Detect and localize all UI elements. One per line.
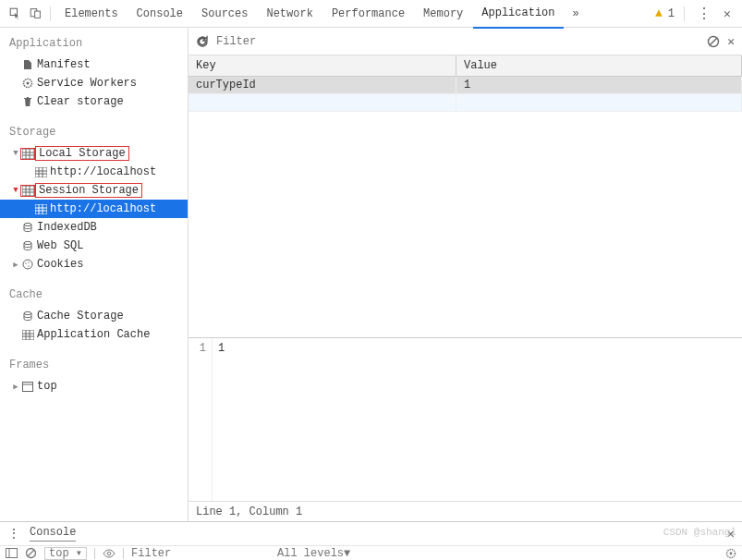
- console-tab[interactable]: Console: [30, 526, 76, 542]
- data-grid-toolbar: ✕: [189, 28, 742, 55]
- delete-selected-icon[interactable]: ✕: [727, 34, 735, 49]
- separator: [684, 6, 685, 21]
- database-icon: [20, 222, 35, 233]
- grid-icon: [20, 330, 35, 340]
- sidebar-item-label: Clear storage: [35, 95, 124, 108]
- refresh-icon[interactable]: [196, 35, 209, 48]
- sidebar-item-label: Service Workers: [35, 77, 137, 90]
- sidebar-session-storage-origin[interactable]: http://localhost: [0, 200, 188, 218]
- sidebar-service-workers[interactable]: Service Workers: [0, 74, 188, 92]
- console-filter-input[interactable]: [131, 547, 270, 560]
- data-grid-header: Key Value: [189, 55, 742, 77]
- grid-icon: [20, 148, 35, 160]
- tab-application[interactable]: Application: [473, 0, 563, 29]
- show-sidebar-icon[interactable]: [6, 548, 18, 558]
- sidebar-indexeddb[interactable]: IndexedDB: [0, 218, 188, 237]
- sidebar-item-label: Application Cache: [35, 328, 150, 341]
- svg-point-7: [24, 223, 31, 225]
- chevron-right-icon: ▶: [11, 260, 20, 270]
- svg-point-12: [28, 265, 29, 266]
- sidebar-manifest[interactable]: Manifest: [0, 55, 188, 74]
- console-toolbar: top ▾ All levels▼: [0, 545, 742, 560]
- svg-rect-0: [10, 8, 17, 15]
- sidebar-frame-top[interactable]: ▶ top: [0, 377, 188, 396]
- sidebar-cache-storage[interactable]: Cache Storage: [0, 307, 188, 325]
- svg-point-24: [730, 552, 733, 554]
- file-icon: [20, 59, 35, 70]
- editor-status: Line 1, Column 1: [189, 501, 742, 521]
- sidebar-item-label: Cookies: [35, 258, 83, 271]
- close-drawer-icon[interactable]: ✕: [727, 526, 735, 542]
- column-key[interactable]: Key: [189, 55, 456, 76]
- sidebar-local-storage-origin[interactable]: http://localhost: [0, 163, 188, 181]
- devtools-top-toolbar: Elements Console Sources Network Perform…: [0, 0, 742, 28]
- application-sidebar: Application Manifest Service Workers Cle…: [0, 28, 189, 521]
- trash-icon: [20, 96, 35, 107]
- sidebar-item-label: Local Storage: [35, 146, 129, 161]
- sidebar-local-storage[interactable]: ▼ Local Storage: [0, 144, 188, 163]
- chevron-right-icon: ▶: [11, 382, 20, 392]
- cell-key[interactable]: [189, 94, 456, 111]
- section-frames-title: Frames: [0, 349, 188, 377]
- data-grid-body[interactable]: curTypeId 1: [189, 77, 742, 337]
- warning-count[interactable]: 1: [668, 7, 675, 20]
- chevron-down-icon: ▼: [11, 186, 20, 195]
- svg-line-21: [28, 550, 34, 556]
- section-application-title: Application: [0, 28, 188, 55]
- sidebar-item-label: http://localhost: [48, 165, 156, 178]
- tab-performance[interactable]: Performance: [323, 0, 413, 28]
- svg-point-13: [24, 311, 31, 314]
- context-label: top: [49, 547, 69, 560]
- tab-console[interactable]: Console: [128, 0, 191, 28]
- separator: [123, 548, 124, 559]
- svg-line-17: [710, 38, 717, 45]
- sidebar-cookies[interactable]: ▶ Cookies: [0, 255, 188, 274]
- log-levels-selector[interactable]: All levels▼: [277, 547, 350, 560]
- gear-icon: [20, 78, 35, 89]
- data-row[interactable]: curTypeId 1: [189, 77, 742, 94]
- svg-rect-6: [22, 186, 34, 196]
- clear-console-icon[interactable]: [25, 547, 37, 559]
- tab-sources[interactable]: Sources: [193, 0, 256, 28]
- chevron-down-icon: ▼: [11, 149, 20, 158]
- data-row-empty[interactable]: [189, 94, 742, 112]
- sidebar-clear-storage[interactable]: Clear storage: [0, 92, 188, 111]
- kebab-menu-icon[interactable]: ⋮: [694, 5, 712, 23]
- tab-memory[interactable]: Memory: [415, 0, 471, 28]
- separator: [50, 6, 51, 21]
- context-selector[interactable]: top ▾: [44, 547, 87, 560]
- svg-point-9: [23, 260, 32, 269]
- warning-triangle-icon[interactable]: ▲: [655, 6, 663, 20]
- kebab-menu-icon[interactable]: ⋮: [7, 526, 20, 542]
- tab-elements[interactable]: Elements: [56, 0, 127, 28]
- preview-content[interactable]: 1: [213, 338, 742, 501]
- grid-icon: [33, 167, 48, 177]
- svg-rect-18: [6, 549, 18, 558]
- settings-gear-icon[interactable]: [725, 548, 736, 559]
- clear-all-icon[interactable]: [707, 35, 720, 48]
- console-drawer-tabbar: ⋮ Console ✕: [0, 521, 742, 545]
- column-value[interactable]: Value: [456, 55, 742, 76]
- sidebar-item-label: Cache Storage: [35, 310, 124, 323]
- sidebar-session-storage[interactable]: ▼ Session Storage: [0, 181, 188, 200]
- sidebar-websql[interactable]: Web SQL: [0, 237, 188, 255]
- eye-icon[interactable]: [103, 549, 116, 558]
- close-devtools-icon[interactable]: ✕: [718, 5, 736, 23]
- svg-point-22: [107, 552, 111, 555]
- sidebar-item-label: Web SQL: [35, 239, 83, 252]
- cell-key[interactable]: curTypeId: [189, 77, 456, 93]
- device-toggle-icon[interactable]: [26, 5, 44, 23]
- svg-point-11: [28, 262, 29, 262]
- svg-point-10: [25, 262, 26, 263]
- inspect-element-icon[interactable]: [6, 5, 24, 23]
- grid-icon: [20, 185, 35, 197]
- filter-input[interactable]: [216, 35, 455, 48]
- tab-network[interactable]: Network: [258, 0, 321, 28]
- cell-value[interactable]: [456, 94, 742, 111]
- cell-value[interactable]: 1: [456, 77, 742, 93]
- sidebar-application-cache[interactable]: Application Cache: [0, 325, 188, 344]
- svg-rect-2: [34, 11, 40, 18]
- section-cache-title: Cache: [0, 279, 188, 307]
- svg-point-8: [24, 241, 31, 244]
- more-tabs[interactable]: »: [566, 7, 587, 20]
